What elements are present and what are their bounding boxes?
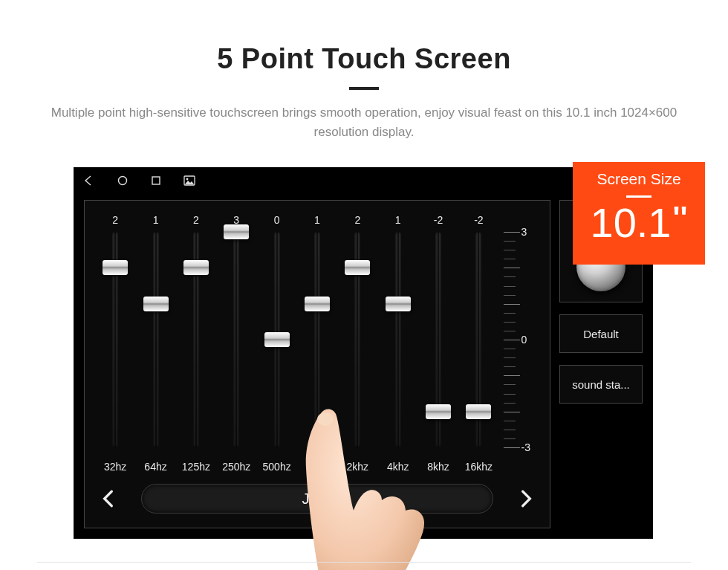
eq-freq-label: 250hz	[216, 461, 256, 473]
badge-value: 10.1''	[591, 202, 688, 244]
eq-freq-label: 8khz	[418, 461, 458, 473]
eq-slider[interactable]	[458, 232, 498, 447]
eq-tracks: 30-3	[95, 229, 539, 455]
default-button-label: Default	[583, 328, 619, 340]
equalizer-panel: 2 1 2 3 0 1 2 1 -2 -2 30-3 32hz	[84, 200, 550, 528]
eq-value: -2	[458, 214, 498, 226]
slider-knob[interactable]	[426, 404, 451, 419]
eq-value: 2	[176, 214, 216, 226]
back-icon[interactable]	[82, 175, 94, 187]
eq-value: -2	[418, 214, 458, 226]
eq-value: 1	[378, 214, 418, 226]
title-rule	[349, 87, 379, 90]
master-scale-label: 0	[521, 334, 527, 346]
page-subtitle: Multiple point high-sensitive touchscree…	[37, 103, 691, 143]
eq-value: 2	[337, 214, 377, 226]
eq-freq-label: 64hz	[135, 461, 175, 473]
eq-slider[interactable]	[378, 232, 418, 447]
preset-next-button[interactable]	[513, 485, 539, 512]
eq-freq-label: 2khz	[337, 461, 377, 473]
eq-slider[interactable]	[256, 232, 296, 447]
eq-freq-label: 16khz	[458, 461, 498, 473]
slider-knob[interactable]	[345, 260, 370, 275]
eq-value-row: 2 1 2 3 0 1 2 1 -2 -2	[95, 211, 539, 229]
eq-freq-label: 4khz	[378, 461, 418, 473]
eq-freq-label: 32hz	[95, 461, 135, 473]
master-scale-label: 3	[521, 226, 527, 238]
badge-label: Screen Size	[573, 170, 704, 188]
recent-icon[interactable]	[151, 175, 161, 186]
eq-value: 0	[256, 214, 296, 226]
eq-freq-label: 500hz	[256, 461, 296, 473]
slider-knob[interactable]	[305, 297, 330, 311]
eq-slider[interactable]	[418, 232, 458, 447]
system-bar	[74, 167, 653, 194]
svg-rect-1	[152, 177, 160, 184]
soundstage-button[interactable]: sound sta...	[559, 365, 643, 404]
page-title: 5 Point Touch Screen	[0, 43, 728, 75]
svg-point-0	[119, 177, 127, 185]
preset-select[interactable]: Jazz	[141, 484, 493, 514]
eq-slider[interactable]	[297, 232, 337, 447]
eq-value: 1	[297, 214, 337, 226]
slider-knob[interactable]	[224, 224, 249, 239]
slider-knob[interactable]	[386, 297, 411, 311]
preset-row: Jazz	[95, 480, 539, 517]
eq-slider[interactable]	[176, 232, 216, 447]
badge-value-unit: ''	[672, 202, 688, 233]
slider-knob[interactable]	[183, 260, 209, 275]
slider-knob[interactable]	[103, 260, 128, 275]
badge-rule	[626, 195, 651, 198]
default-button[interactable]: Default	[559, 314, 643, 353]
eq-freq-row: 32hz 64hz 125hz 250hz 500hz 1khz 2khz 4k…	[95, 458, 539, 476]
badge-value-number: 10.1	[591, 202, 672, 244]
svg-point-3	[186, 178, 189, 181]
device-screenshot: 2 1 2 3 0 1 2 1 -2 -2 30-3 32hz	[74, 167, 653, 539]
preset-prev-button[interactable]	[95, 485, 122, 512]
eq-freq-label: 125hz	[176, 461, 216, 473]
eq-slider[interactable]	[216, 232, 256, 447]
master-scale: 30-3	[499, 232, 539, 447]
soundstage-button-label: sound sta...	[572, 378, 630, 391]
master-scale-label: -3	[521, 441, 530, 453]
eq-value: 2	[95, 214, 135, 226]
eq-slider[interactable]	[95, 232, 135, 447]
eq-slider[interactable]	[135, 232, 175, 447]
eq-value: 1	[135, 214, 175, 226]
screen-size-badge: Screen Size 10.1''	[573, 162, 705, 265]
eq-slider[interactable]	[337, 232, 377, 447]
slider-knob[interactable]	[143, 297, 169, 311]
footer-divider	[37, 562, 691, 563]
home-icon[interactable]	[117, 175, 129, 187]
slider-knob[interactable]	[264, 332, 290, 347]
picture-icon[interactable]	[183, 175, 195, 186]
eq-freq-label: 1khz	[297, 461, 337, 473]
preset-label: Jazz	[302, 490, 332, 508]
slider-knob[interactable]	[466, 404, 491, 419]
